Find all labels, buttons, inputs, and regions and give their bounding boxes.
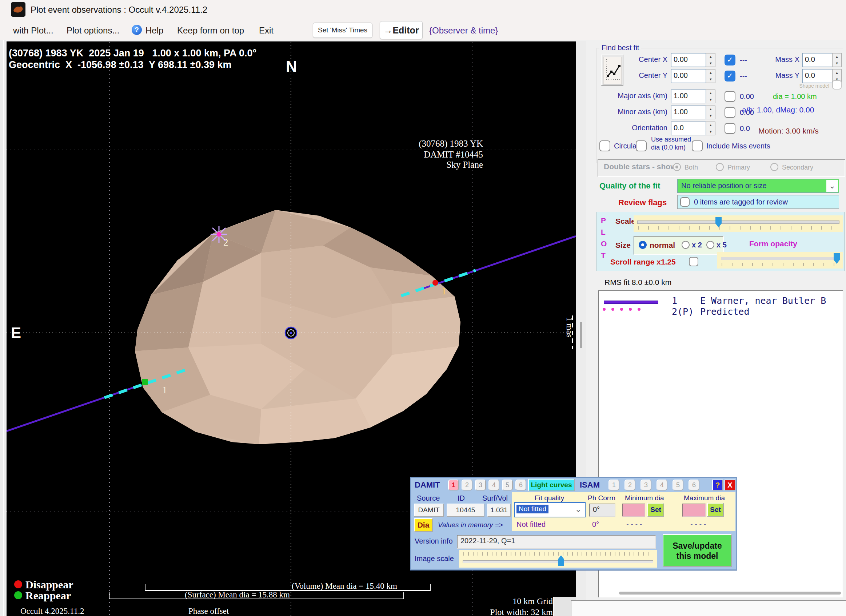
quality-dropdown[interactable]: No reliable position or size ⌄ bbox=[677, 179, 839, 193]
maximum-dia-input[interactable] bbox=[682, 504, 706, 517]
orientation-stepper[interactable]: ▲▼ bbox=[706, 122, 715, 135]
listbox-horizontal-scrollbar[interactable] bbox=[619, 592, 841, 594]
stepper-down-icon[interactable]: ▼ bbox=[709, 114, 712, 118]
stepper-up-icon[interactable]: ▲ bbox=[836, 71, 839, 75]
orientation-input[interactable]: 0.0 bbox=[671, 122, 706, 135]
minor-axis-input[interactable]: 1.00 bbox=[671, 106, 706, 119]
include-miss-checkbox[interactable] bbox=[692, 140, 703, 151]
opacity-slider[interactable] bbox=[717, 252, 843, 269]
fit-quality-dropdown[interactable]: Not fitted ⌄ bbox=[514, 502, 586, 517]
observation-name[interactable]: E Warner, near Butler B bbox=[700, 296, 841, 306]
isam-tab-3[interactable]: 3 bbox=[640, 479, 651, 491]
scroll-range-checkbox[interactable] bbox=[689, 257, 698, 266]
light-curves-button[interactable]: Light curves bbox=[528, 479, 575, 491]
menu-keep-on-top[interactable]: Keep form on top bbox=[177, 25, 244, 36]
size-x2-radio[interactable] bbox=[682, 241, 690, 249]
stepper-down-icon[interactable]: ▼ bbox=[709, 62, 712, 65]
surfvol-value: 1.031 bbox=[488, 504, 511, 517]
observation-num[interactable]: 2(P) bbox=[672, 306, 693, 317]
use-assumed-dia-label: Use assumed dia (0.0 km) bbox=[651, 135, 691, 151]
memory-values-label: Values in memory => bbox=[438, 521, 503, 529]
double-stars-title: Double stars - show bbox=[604, 162, 677, 171]
scale-slider[interactable] bbox=[634, 215, 843, 232]
isam-tab-2[interactable]: 2 bbox=[624, 479, 635, 491]
minor-axis-fit-checkbox[interactable] bbox=[724, 107, 736, 118]
panel-close-button[interactable]: X bbox=[724, 479, 736, 491]
scale-slider-thumb[interactable] bbox=[715, 217, 722, 227]
stepper-up-icon[interactable]: ▲ bbox=[709, 71, 712, 75]
isam-tab-1[interactable]: 1 bbox=[608, 479, 620, 491]
chevron-down-icon[interactable]: ⌄ bbox=[826, 180, 838, 192]
use-assumed-dia-checkbox[interactable] bbox=[636, 140, 647, 151]
predicted-dots-swatch bbox=[602, 307, 642, 312]
stepper-down-icon[interactable]: ▼ bbox=[709, 98, 712, 101]
shape-model-checkbox[interactable] bbox=[832, 80, 842, 90]
damit-tab-4[interactable]: 4 bbox=[489, 479, 499, 491]
center-y-input[interactable]: 0.00 bbox=[671, 69, 706, 83]
mass-x-input[interactable]: 0.0 bbox=[802, 53, 832, 67]
editor-button[interactable]: →Editor bbox=[380, 21, 423, 39]
splitter-handle[interactable] bbox=[580, 322, 582, 348]
center-x-fit-checkbox[interactable]: ✓ bbox=[724, 54, 736, 66]
set-minimum-button[interactable]: Set bbox=[648, 503, 664, 517]
stepper-down-icon[interactable]: ▼ bbox=[836, 62, 839, 65]
image-scale-slider[interactable] bbox=[459, 550, 657, 567]
set-miss-times-button[interactable]: Set 'Miss' Times bbox=[313, 22, 372, 38]
set-maximum-button[interactable]: Set bbox=[707, 503, 724, 517]
observer-time-label[interactable]: {Observer & time} bbox=[429, 25, 498, 36]
stepper-down-icon[interactable]: ▼ bbox=[709, 130, 712, 134]
phase-corr-input[interactable]: 0° bbox=[589, 504, 615, 517]
scale-slider-track[interactable] bbox=[637, 221, 839, 224]
size-normal-radio[interactable] bbox=[639, 241, 647, 249]
damit-tab-3[interactable]: 3 bbox=[475, 479, 486, 491]
help-icon[interactable]: ? bbox=[132, 25, 142, 35]
menu-plot-options[interactable]: Plot options... bbox=[66, 25, 119, 36]
damit-tab-2[interactable]: 2 bbox=[461, 479, 473, 491]
orientation-fit-checkbox[interactable] bbox=[724, 123, 736, 134]
isam-tab-5[interactable]: 5 bbox=[673, 479, 683, 491]
observation-name[interactable]: Predicted bbox=[700, 306, 749, 317]
stepper-down-icon[interactable]: ▼ bbox=[709, 78, 712, 81]
save-model-button[interactable]: Save/update this model bbox=[663, 534, 732, 567]
opacity-slider-track[interactable] bbox=[721, 257, 839, 260]
opacity-slider-thumb[interactable] bbox=[834, 253, 840, 264]
menu-exit[interactable]: Exit bbox=[259, 25, 273, 36]
minor-axis-stepper[interactable]: ▲▼ bbox=[706, 106, 715, 119]
review-flags-checkbox[interactable] bbox=[680, 197, 690, 207]
major-axis-stepper[interactable]: ▲▼ bbox=[706, 90, 715, 103]
isam-tab-4[interactable]: 4 bbox=[657, 479, 667, 491]
chevron-down-icon[interactable]: ⌄ bbox=[573, 504, 584, 516]
center-x-stepper[interactable]: ▲▼ bbox=[706, 53, 715, 67]
size-x5-label: x 5 bbox=[717, 241, 727, 249]
observation-num[interactable]: 1 bbox=[672, 296, 677, 306]
damit-tab-1[interactable]: 1 bbox=[448, 479, 459, 491]
dia-button[interactable]: Dia bbox=[414, 518, 433, 532]
stepper-up-icon[interactable]: ▲ bbox=[836, 55, 839, 59]
mass-x-stepper[interactable]: ▲▼ bbox=[832, 53, 842, 67]
major-axis-fit-checkbox[interactable] bbox=[724, 91, 736, 102]
menu-bar: with Plot... Plot options... ? Help Keep… bbox=[0, 19, 846, 40]
damit-tab-5[interactable]: 5 bbox=[502, 479, 513, 491]
mass-y-input[interactable]: 0.0 bbox=[802, 69, 832, 83]
size-x5-radio[interactable] bbox=[706, 241, 714, 249]
stepper-up-icon[interactable]: ▲ bbox=[709, 91, 712, 95]
minimum-dia-input[interactable] bbox=[622, 504, 645, 517]
stepper-up-icon[interactable]: ▲ bbox=[709, 123, 712, 127]
center-x-fit-value: --- bbox=[740, 56, 747, 65]
damit-tab-6[interactable]: 6 bbox=[516, 479, 526, 491]
isam-tab-6[interactable]: 6 bbox=[689, 479, 699, 491]
center-x-input[interactable]: 0.00 bbox=[671, 53, 706, 67]
circular-checkbox[interactable] bbox=[599, 140, 610, 151]
major-axis-input[interactable]: 1.00 bbox=[671, 90, 706, 103]
panel-help-button[interactable]: ? bbox=[712, 479, 723, 491]
stepper-up-icon[interactable]: ▲ bbox=[709, 55, 712, 59]
menu-help[interactable]: Help bbox=[145, 25, 163, 36]
image-scale-thumb[interactable] bbox=[558, 555, 564, 566]
center-y-fit-checkbox[interactable]: ✓ bbox=[724, 71, 736, 81]
damit-title: DAMIT bbox=[415, 480, 440, 490]
stepper-up-icon[interactable]: ▲ bbox=[709, 107, 712, 111]
axis-ratio-text: a/b: 1.00, dMag: 0.00 bbox=[742, 106, 814, 114]
center-y-stepper[interactable]: ▲▼ bbox=[706, 69, 715, 83]
menu-with-plot[interactable]: with Plot... bbox=[13, 25, 53, 36]
version-info-field[interactable]: 2022-11-29, Q=1 bbox=[457, 535, 656, 549]
